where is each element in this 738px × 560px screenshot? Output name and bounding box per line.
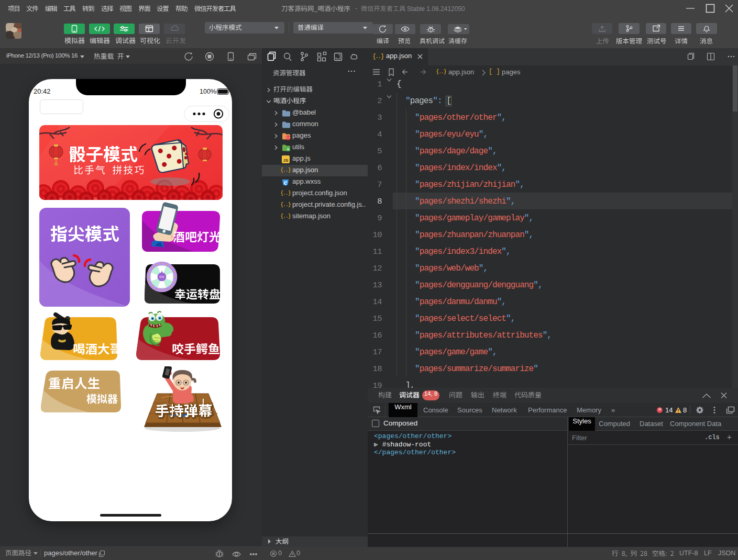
svg-text:JS: JS xyxy=(283,158,289,163)
svg-text:GO: GO xyxy=(159,275,164,278)
